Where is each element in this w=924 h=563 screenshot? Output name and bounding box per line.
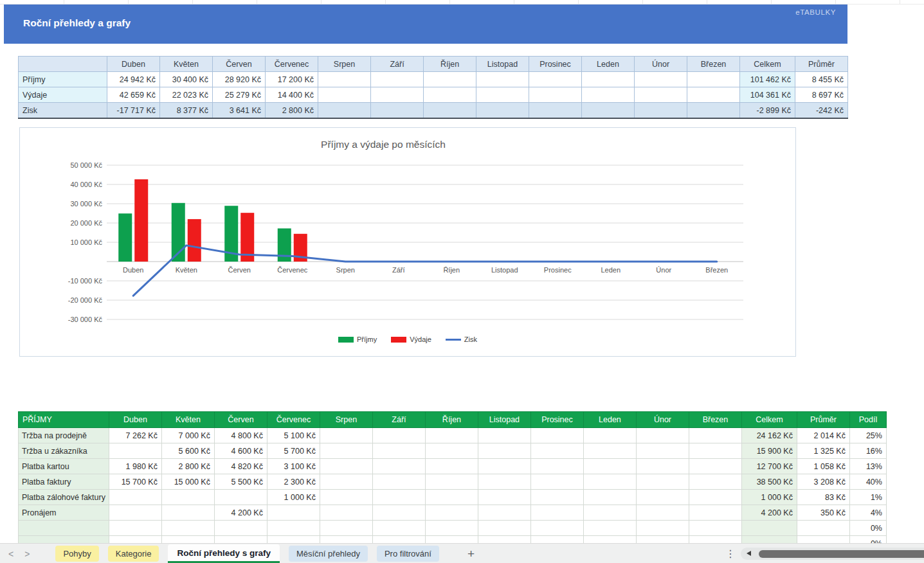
total-cell[interactable]: -2 899 Kč — [740, 103, 795, 119]
table-cell[interactable] — [425, 428, 478, 443]
row-label[interactable]: Tržba na prodejně — [19, 428, 109, 443]
column-header[interactable]: Listopad — [478, 412, 530, 428]
table-cell[interactable] — [371, 103, 424, 119]
table-cell[interactable] — [635, 87, 687, 103]
table-cell[interactable] — [109, 443, 161, 459]
average-cell[interactable]: 83 Kč — [797, 490, 849, 505]
column-header[interactable]: Říjen — [425, 412, 478, 428]
table-cell[interactable] — [689, 428, 741, 443]
table-cell[interactable] — [320, 428, 372, 443]
table-cell[interactable] — [320, 459, 372, 474]
table-cell[interactable]: 2 800 Kč — [161, 459, 214, 474]
average-cell[interactable]: 8 697 Kč — [795, 87, 848, 103]
total-cell[interactable]: 12 700 Kč — [741, 459, 797, 474]
share-cell[interactable]: 1% — [849, 490, 886, 505]
column-header[interactable]: Říjen — [424, 57, 476, 72]
table-cell[interactable] — [424, 103, 476, 119]
table-cell[interactable] — [582, 87, 635, 103]
table-cell[interactable]: 25 279 Kč — [213, 87, 266, 103]
table-cell[interactable] — [636, 521, 689, 536]
table-cell[interactable] — [372, 505, 425, 521]
total-cell[interactable]: 15 900 Kč — [741, 443, 797, 459]
table-cell[interactable]: 4 820 Kč — [214, 459, 267, 474]
prev-sheet-button[interactable]: < — [8, 550, 14, 559]
column-header[interactable]: Červenec — [267, 412, 320, 428]
table-cell[interactable]: 15 700 Kč — [109, 474, 161, 490]
table-cell[interactable] — [161, 505, 214, 521]
share-cell[interactable]: 0% — [849, 521, 886, 536]
table-cell[interactable] — [476, 103, 529, 119]
table-cell[interactable] — [689, 459, 741, 474]
table-cell[interactable] — [267, 505, 320, 521]
column-header[interactable]: Září — [372, 412, 425, 428]
total-cell[interactable]: 101 462 Kč — [740, 72, 795, 87]
table-cell[interactable] — [425, 474, 478, 490]
average-cell[interactable]: 3 208 Kč — [797, 474, 849, 490]
legend-item-vydaje[interactable]: Výdaje — [391, 335, 431, 343]
table-cell[interactable]: 42 659 Kč — [107, 87, 160, 103]
table-cell[interactable] — [689, 443, 741, 459]
column-header[interactable]: Květen — [160, 57, 213, 72]
table-cell[interactable] — [478, 521, 530, 536]
table-cell[interactable] — [478, 505, 530, 521]
table-cell[interactable] — [109, 505, 161, 521]
column-header[interactable]: Březen — [689, 412, 741, 428]
table-cell[interactable] — [372, 521, 425, 536]
table-cell[interactable] — [687, 87, 740, 103]
table-cell[interactable]: 30 400 Kč — [160, 72, 213, 87]
table-cell[interactable] — [636, 474, 689, 490]
share-cell[interactable]: 16% — [849, 443, 886, 459]
column-header[interactable]: Únor — [636, 412, 689, 428]
table-cell[interactable] — [583, 459, 636, 474]
total-cell[interactable]: 1 000 Kč — [741, 490, 797, 505]
table-cell[interactable] — [371, 87, 424, 103]
column-header[interactable]: Červen — [214, 412, 267, 428]
column-header[interactable]: Prosinec — [529, 57, 582, 72]
table-cell[interactable] — [214, 490, 267, 505]
table-cell[interactable] — [636, 428, 689, 443]
table-cell[interactable] — [478, 474, 530, 490]
table-cell[interactable]: 2 800 Kč — [266, 103, 318, 119]
table-cell[interactable] — [425, 459, 478, 474]
add-sheet-button[interactable]: + — [467, 548, 475, 560]
total-cell[interactable]: 24 162 Kč — [741, 428, 797, 443]
table-cell[interactable] — [583, 474, 636, 490]
table-cell[interactable]: 14 400 Kč — [266, 87, 318, 103]
total-cell[interactable]: 104 361 Kč — [740, 87, 795, 103]
column-header[interactable]: Leden — [583, 412, 636, 428]
average-cell[interactable]: 350 Kč — [797, 505, 849, 521]
table-cell[interactable] — [318, 87, 371, 103]
column-header[interactable]: Prosinec — [530, 412, 583, 428]
table-cell[interactable]: 28 920 Kč — [213, 72, 266, 87]
table-cell[interactable] — [636, 505, 689, 521]
table-cell[interactable] — [530, 490, 583, 505]
table-cell[interactable] — [687, 103, 740, 119]
table-cell[interactable] — [371, 72, 424, 87]
average-cell[interactable]: -242 Kč — [795, 103, 848, 119]
row-label[interactable]: Platba faktury — [19, 474, 109, 490]
table-cell[interactable]: 3 100 Kč — [267, 459, 320, 474]
table-cell[interactable] — [161, 490, 214, 505]
table-cell[interactable] — [372, 474, 425, 490]
tab-rocni-prehledy-s-grafy[interactable]: Roční přehledy s grafy — [168, 544, 280, 563]
table-cell[interactable] — [689, 490, 741, 505]
row-label[interactable]: Zisk — [19, 103, 107, 119]
share-cell[interactable]: 4% — [849, 505, 886, 521]
total-cell[interactable] — [741, 521, 797, 536]
column-header[interactable]: PŘÍJMY — [19, 412, 109, 428]
table-cell[interactable] — [109, 521, 161, 536]
table-cell[interactable] — [635, 72, 687, 87]
column-header[interactable] — [19, 57, 107, 72]
table-cell[interactable] — [582, 72, 635, 87]
table-cell[interactable] — [583, 490, 636, 505]
column-header[interactable]: Březen — [687, 57, 740, 72]
table-cell[interactable] — [478, 459, 530, 474]
column-header[interactable]: Listopad — [476, 57, 529, 72]
table-cell[interactable] — [320, 443, 372, 459]
table-cell[interactable] — [529, 87, 582, 103]
table-cell[interactable] — [267, 521, 320, 536]
tab-kategorie[interactable]: Kategorie — [108, 546, 159, 562]
table-cell[interactable]: 1 980 Kč — [109, 459, 161, 474]
table-cell[interactable] — [583, 443, 636, 459]
table-cell[interactable] — [320, 521, 372, 536]
